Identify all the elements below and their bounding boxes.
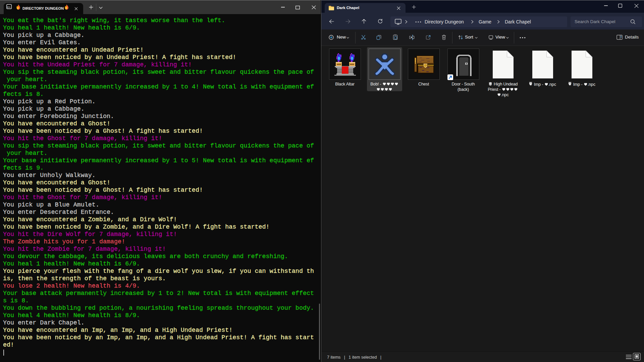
- svg-text:C:\: C:\: [7, 6, 10, 8]
- svg-text:A: A: [411, 36, 413, 39]
